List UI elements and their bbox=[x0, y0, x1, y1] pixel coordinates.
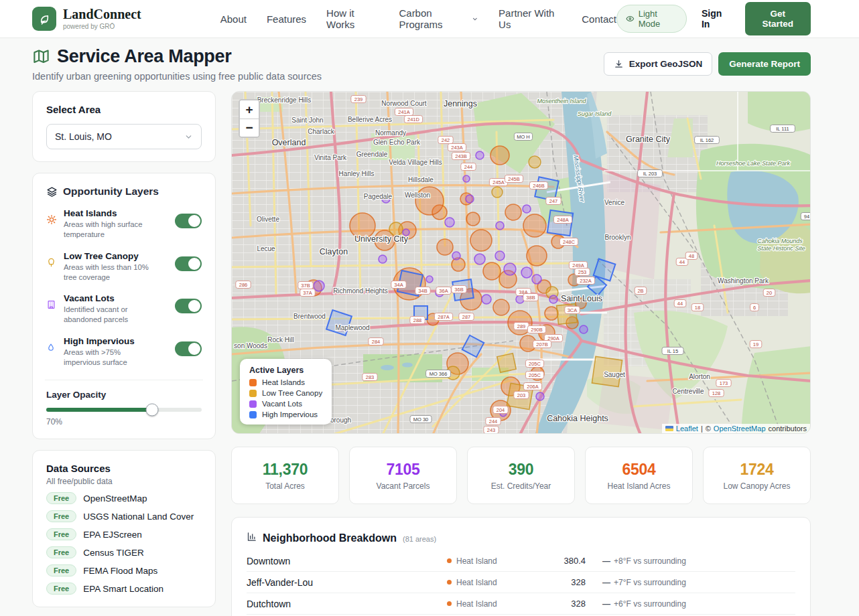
stat-value: 7105 bbox=[387, 461, 420, 479]
toggle-knob bbox=[188, 343, 200, 355]
toggle-knob bbox=[188, 215, 200, 227]
svg-text:243A: 243A bbox=[451, 145, 463, 151]
opacity-slider-knob[interactable] bbox=[145, 404, 158, 416]
zoom-in-button[interactable]: + bbox=[240, 100, 259, 119]
svg-text:MO 366: MO 366 bbox=[430, 371, 448, 377]
stat-value: 390 bbox=[509, 461, 533, 479]
svg-text:Jennings: Jennings bbox=[444, 99, 477, 108]
svg-text:MO 30: MO 30 bbox=[413, 416, 429, 422]
table-row[interactable]: DutchtownHeat Island328—+6°F vs surround… bbox=[247, 593, 795, 615]
main-content: Select Area St. Louis, MO Opportunity La… bbox=[0, 91, 811, 616]
page-subtitle: Identify urban greening opportunities us… bbox=[32, 71, 322, 82]
svg-text:244: 244 bbox=[464, 164, 473, 170]
layer-desc: Identified vacant or abandoned parcels bbox=[64, 305, 149, 325]
svg-text:Breckenridge Hills: Breckenridge Hills bbox=[257, 96, 312, 104]
get-started-button[interactable]: Get Started bbox=[745, 2, 811, 35]
legend-swatch bbox=[249, 379, 257, 386]
svg-text:6: 6 bbox=[753, 305, 756, 311]
leaflet-link[interactable]: Leaflet bbox=[676, 425, 698, 433]
layer-text: Vacant LotsIdentified vacant or abandone… bbox=[64, 293, 149, 325]
svg-text:128: 128 bbox=[712, 390, 721, 396]
stat-card-heat-island-acres: 6504Heat Island Acres bbox=[585, 447, 693, 504]
legend-swatch bbox=[249, 400, 257, 408]
svg-text:Sauget: Sauget bbox=[604, 371, 625, 378]
legend-label: Low Tree Canopy bbox=[262, 389, 322, 397]
free-badge: Free bbox=[46, 564, 76, 576]
svg-text:243B: 243B bbox=[455, 153, 467, 159]
nav-link-contact[interactable]: Contact bbox=[582, 13, 616, 25]
stat-label: Heat Island Acres bbox=[607, 481, 670, 491]
table-row[interactable]: Jeff-Vander-LouHeat Island328—+7°F vs su… bbox=[247, 572, 795, 593]
breakdown-title: Neighborhood Breakdown bbox=[263, 532, 397, 544]
content-column: 239241A241D242243A243B244245A245B246B247… bbox=[231, 91, 811, 616]
legend-item-low-tree-canopy: Low Tree Canopy bbox=[249, 389, 322, 397]
table-row[interactable]: DowntownHeat Island380.4—+8°F vs surroun… bbox=[247, 550, 795, 572]
nav-link-about[interactable]: About bbox=[220, 13, 247, 25]
light-mode-toggle[interactable]: Light Mode bbox=[616, 5, 687, 33]
svg-text:249A: 249A bbox=[572, 262, 584, 268]
svg-text:Charlack: Charlack bbox=[308, 128, 334, 135]
layers-icon bbox=[46, 186, 58, 198]
logo[interactable]: LandConnect powered by GRŌ bbox=[32, 7, 141, 31]
svg-text:239: 239 bbox=[354, 96, 363, 102]
header-right: Light Mode Sign In Get Started bbox=[616, 2, 811, 35]
neighborhood-name: Jeff-Vander-Lou bbox=[247, 577, 427, 588]
svg-text:Richmond Heights: Richmond Heights bbox=[333, 287, 388, 295]
svg-text:18: 18 bbox=[695, 305, 700, 311]
select-area-title: Select Area bbox=[46, 104, 202, 115]
svg-text:44: 44 bbox=[677, 301, 683, 307]
sun-icon bbox=[46, 214, 58, 228]
svg-text:44: 44 bbox=[679, 259, 685, 265]
svg-text:IL 15: IL 15 bbox=[667, 348, 678, 354]
data-source-name: USGS National Land Cover bbox=[83, 512, 194, 522]
layer-row-vacant-lots: Vacant LotsIdentified vacant or abandone… bbox=[46, 293, 202, 325]
svg-text:241A: 241A bbox=[398, 109, 410, 115]
toggle-knob bbox=[188, 300, 200, 312]
layer-opacity-label: Layer Opacity bbox=[46, 390, 202, 400]
opacity-slider[interactable] bbox=[46, 408, 202, 412]
data-source-row: FreeOpenStreetMap bbox=[46, 492, 202, 504]
nav-link-carbon-programs[interactable]: Carbon Programs bbox=[399, 7, 478, 30]
area-select[interactable]: St. Louis, MO bbox=[46, 124, 202, 149]
layer-toggle-high-impervious[interactable] bbox=[175, 341, 202, 356]
svg-text:Glen Echo Park: Glen Echo Park bbox=[373, 139, 421, 146]
nav-link-partner-with-us[interactable]: Partner With Us bbox=[499, 7, 561, 30]
svg-text:Saint John: Saint John bbox=[291, 117, 323, 124]
app-header: LandConnect powered by GRŌ AboutFeatures… bbox=[0, 0, 859, 38]
generate-report-button[interactable]: Generate Report bbox=[718, 52, 811, 76]
sign-in-link[interactable]: Sign In bbox=[702, 8, 730, 29]
zoom-out-button[interactable]: − bbox=[240, 119, 259, 137]
free-badge: Free bbox=[46, 510, 76, 522]
free-badge: Free bbox=[46, 528, 76, 540]
nav-link-features[interactable]: Features bbox=[267, 13, 306, 25]
legend-item-heat-islands: Heat Islands bbox=[249, 378, 322, 386]
row-value: 328 bbox=[542, 577, 602, 587]
row-value: 328 bbox=[542, 599, 602, 609]
data-source-name: Census TIGER bbox=[83, 548, 144, 558]
row-note: —+6°F vs surrounding bbox=[602, 599, 795, 609]
svg-text:246B: 246B bbox=[533, 183, 545, 189]
svg-text:19: 19 bbox=[753, 341, 758, 348]
legend-swatch bbox=[249, 411, 257, 418]
layer-toggle-heat-islands[interactable] bbox=[175, 214, 202, 228]
data-sources-subtitle: All free/public data bbox=[46, 477, 202, 486]
row-note: —+7°F vs surrounding bbox=[602, 578, 795, 587]
logo-subtitle: powered by GRŌ bbox=[63, 23, 141, 30]
main-nav: AboutFeaturesHow it WorksCarbon Programs… bbox=[220, 7, 616, 30]
nav-link-how-it-works[interactable]: How it Works bbox=[326, 7, 379, 30]
layer-toggle-vacant-lots[interactable] bbox=[175, 299, 202, 313]
svg-text:204: 204 bbox=[497, 407, 505, 413]
map[interactable]: 239241A241D242243A243B244245A245B246B247… bbox=[231, 91, 811, 434]
layer-toggle-low-tree-canopy[interactable] bbox=[175, 256, 202, 271]
layer-text: High ImperviousAreas with >75% imperviou… bbox=[64, 336, 149, 368]
osm-link[interactable]: OpenStreetMap bbox=[714, 425, 766, 433]
layer-text: Low Tree CanopyAreas with less than 10% … bbox=[64, 251, 149, 283]
svg-text:MO H: MO H bbox=[517, 134, 530, 140]
svg-text:286: 286 bbox=[239, 282, 248, 288]
select-area-card: Select Area St. Louis, MO bbox=[32, 91, 216, 162]
layer-name: Heat Islands bbox=[64, 208, 149, 218]
svg-text:Hanley Hills: Hanley Hills bbox=[339, 170, 375, 177]
legend-label: Heat Islands bbox=[262, 378, 305, 386]
svg-text:243: 243 bbox=[487, 427, 496, 433]
export-geojson-button[interactable]: Export GeoJSON bbox=[604, 52, 713, 76]
